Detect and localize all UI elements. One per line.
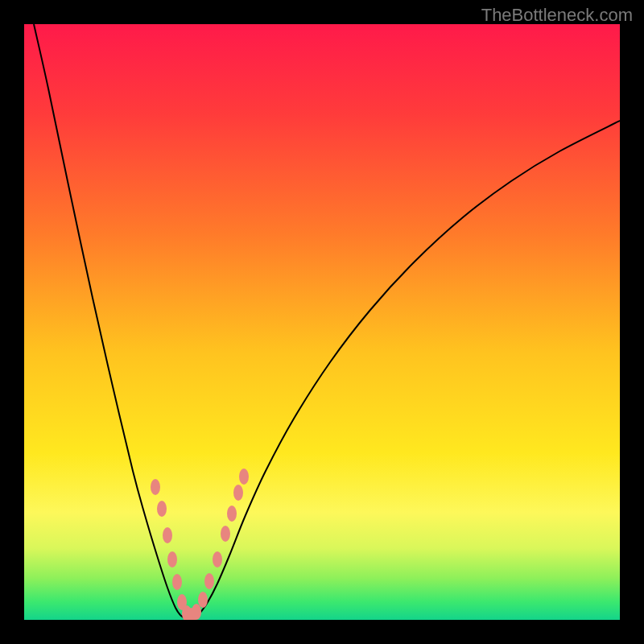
bottleneck-curve xyxy=(34,24,620,619)
chart-frame: TheBottleneck.com xyxy=(0,0,644,644)
marker-point xyxy=(227,506,237,522)
marker-point xyxy=(163,527,172,543)
curve-layer xyxy=(24,24,620,620)
marker-point xyxy=(192,604,201,620)
marker-point xyxy=(204,573,214,589)
marker-point xyxy=(239,469,249,485)
marker-point xyxy=(172,574,182,590)
marker-point xyxy=(151,479,160,495)
watermark-text: TheBottleneck.com xyxy=(481,5,633,26)
marker-point xyxy=(233,485,243,501)
marker-point xyxy=(221,526,230,542)
marker-point xyxy=(157,501,167,517)
marker-point xyxy=(198,592,208,608)
plot-area xyxy=(24,24,620,620)
marker-point xyxy=(213,551,222,568)
marker-point xyxy=(167,551,177,568)
